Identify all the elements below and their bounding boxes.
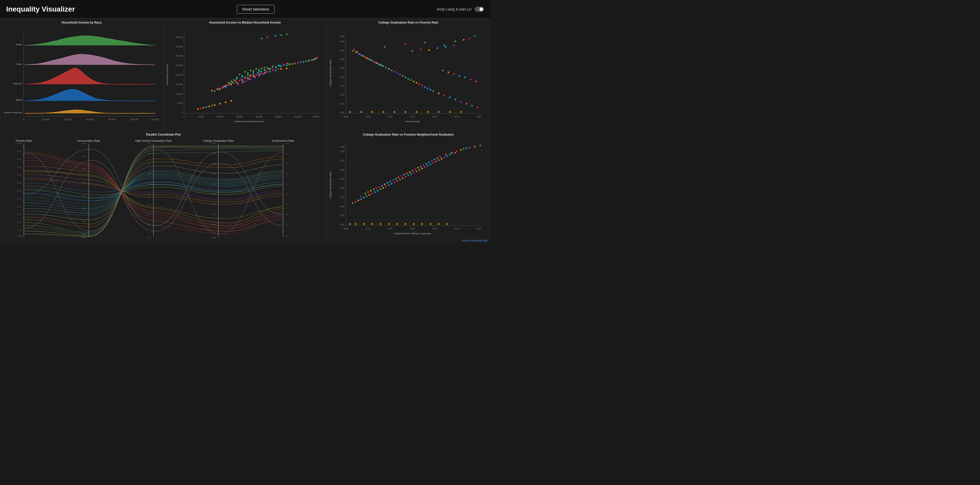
svg-point-196 — [405, 77, 406, 78]
svg-point-212 — [418, 83, 420, 85]
svg-point-385 — [446, 155, 448, 156]
svg-text:0.4: 0.4 — [286, 193, 289, 195]
svg-point-421 — [437, 157, 438, 159]
svg-point-367 — [396, 180, 398, 182]
theme-toggle[interactable] — [475, 7, 484, 12]
svg-point-218 — [359, 53, 361, 54]
svg-point-145 — [268, 68, 269, 70]
main-grid: Household Income by Race 0 10,000 20,000… — [0, 18, 490, 242]
chart4-title: Parallel Coordinate Plot — [146, 133, 181, 136]
svg-point-247 — [383, 111, 384, 113]
chart2-title: Household Income vs Median Household Inc… — [209, 21, 281, 24]
svg-text:0.3: 0.3 — [286, 203, 289, 206]
svg-point-244 — [349, 111, 351, 113]
svg-point-384 — [444, 156, 445, 158]
svg-point-219 — [362, 55, 363, 56]
svg-text:40,000: 40,000 — [255, 115, 262, 118]
svg-point-123 — [230, 100, 232, 102]
svg-point-364 — [388, 184, 390, 186]
svg-point-430 — [371, 223, 373, 225]
svg-point-92 — [241, 80, 243, 81]
svg-point-358 — [371, 193, 373, 194]
svg-point-258 — [437, 48, 438, 49]
svg-text:0.45: 0.45 — [340, 145, 345, 148]
svg-point-265 — [465, 77, 466, 78]
svg-point-362 — [383, 187, 384, 189]
source-label: Source: Opportunity Atlas — [461, 239, 488, 242]
svg-text:0.00: 0.00 — [212, 236, 215, 239]
reset-button[interactable]: Reset Selections — [237, 5, 275, 14]
svg-point-87 — [214, 90, 215, 92]
svg-text:Black: Black — [16, 99, 22, 101]
svg-text:15,000: 15,000 — [176, 83, 183, 86]
svg-text:0.0: 0.0 — [148, 236, 151, 239]
svg-point-414 — [398, 177, 399, 178]
svg-text:20,000: 20,000 — [217, 115, 224, 118]
svg-text:0.3: 0.3 — [148, 203, 151, 206]
svg-text:College Graduation Rate: College Graduation Rate — [329, 59, 332, 87]
svg-point-117 — [197, 108, 199, 110]
svg-point-165 — [286, 34, 287, 35]
svg-point-263 — [453, 73, 455, 75]
svg-point-81 — [261, 72, 262, 74]
svg-point-390 — [367, 191, 369, 193]
svg-text:High School Graduation Rate: High School Graduation Rate — [135, 139, 172, 142]
svg-point-163 — [275, 35, 276, 37]
svg-text:0.22: 0.22 — [17, 190, 21, 192]
header-right: Andy Liang & Ivan Lin — [437, 7, 484, 12]
svg-point-402 — [434, 158, 436, 160]
chart3-area: 0.00 0.05 0.10 0.15 0.20 0.25 0.30 0.35 … — [328, 26, 489, 129]
svg-text:0.10: 0.10 — [82, 194, 86, 196]
svg-text:0.35: 0.35 — [340, 49, 345, 52]
svg-point-252 — [438, 111, 439, 113]
svg-point-143 — [260, 71, 262, 72]
svg-text:0.18: 0.18 — [82, 142, 86, 145]
svg-point-438 — [438, 223, 439, 225]
svg-text:0.16: 0.16 — [82, 155, 86, 158]
svg-text:0.12: 0.12 — [17, 229, 21, 231]
svg-text:Poverty Rate: Poverty Rate — [16, 139, 32, 142]
svg-point-199 — [422, 85, 423, 86]
svg-point-389 — [360, 195, 362, 197]
svg-text:0.6: 0.6 — [286, 173, 289, 175]
svg-point-98 — [275, 69, 276, 71]
svg-point-248 — [394, 111, 395, 113]
svg-point-115 — [308, 60, 309, 61]
svg-point-155 — [226, 85, 228, 86]
svg-text:0.20: 0.20 — [212, 213, 215, 215]
svg-text:65,000: 65,000 — [176, 36, 183, 38]
svg-point-216 — [353, 49, 355, 50]
svg-text:0.00: 0.00 — [344, 115, 348, 118]
svg-point-141 — [252, 73, 254, 75]
svg-text:0.8: 0.8 — [286, 153, 289, 155]
svg-point-382 — [438, 160, 439, 161]
svg-point-426 — [466, 147, 467, 149]
svg-point-437 — [430, 223, 431, 225]
svg-point-434 — [405, 223, 406, 225]
svg-point-203 — [369, 59, 370, 60]
svg-point-408 — [364, 193, 366, 194]
svg-point-253 — [449, 111, 450, 113]
svg-point-151 — [240, 78, 242, 80]
svg-point-391 — [373, 188, 374, 190]
svg-point-415 — [403, 174, 405, 175]
svg-text:0.30: 0.30 — [340, 168, 345, 171]
svg-point-197 — [410, 79, 412, 81]
svg-point-131 — [258, 75, 259, 77]
svg-text:0: 0 — [183, 115, 185, 118]
svg-point-439 — [446, 223, 448, 225]
svg-point-137 — [259, 73, 261, 75]
svg-point-96 — [264, 73, 265, 74]
svg-point-86 — [277, 68, 279, 70]
svg-point-266 — [470, 79, 471, 80]
svg-text:5,000: 5,000 — [177, 102, 183, 104]
svg-point-58 — [228, 82, 229, 84]
svg-point-83 — [272, 69, 273, 71]
svg-point-388 — [455, 152, 456, 153]
svg-point-238 — [424, 42, 426, 43]
svg-point-412 — [387, 182, 388, 183]
svg-point-372 — [410, 173, 412, 175]
svg-point-210 — [407, 78, 409, 80]
svg-text:0.08: 0.08 — [17, 235, 21, 237]
svg-point-356 — [366, 195, 368, 197]
